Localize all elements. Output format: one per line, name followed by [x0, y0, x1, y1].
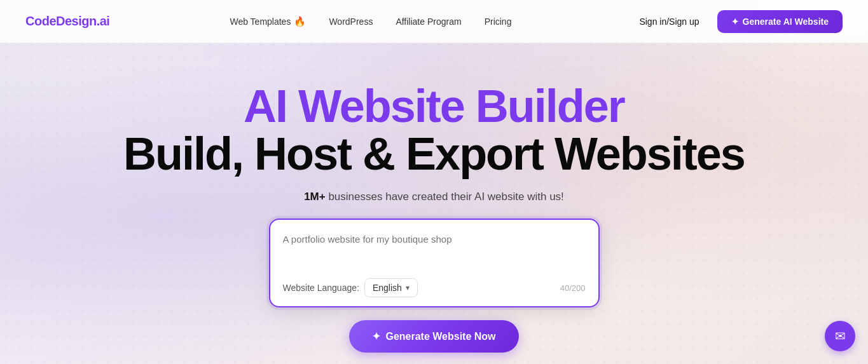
generate-nav-label: Generate AI Website	[743, 17, 829, 27]
fire-icon: 🔥	[294, 16, 306, 27]
hero-title-black: Build, Host & Export Websites	[123, 129, 745, 179]
nav-links: Web Templates 🔥 WordPress Affiliate Prog…	[230, 16, 511, 27]
char-count: 40/200	[560, 283, 586, 293]
chat-support-button[interactable]: ✉	[825, 321, 855, 351]
hero-section: AI Website Builder Build, Host & Export …	[0, 43, 868, 353]
logo[interactable]: CodeDesign.ai	[25, 14, 109, 29]
sign-in-button[interactable]: Sign in/Sign up	[631, 11, 706, 32]
input-card-footer: Website Language: English ▾ 40/200	[283, 278, 586, 297]
navbar: CodeDesign.ai Web Templates 🔥 WordPress …	[0, 0, 868, 43]
nav-wordpress-label: WordPress	[329, 17, 373, 27]
nav-web-templates[interactable]: Web Templates 🔥	[230, 16, 306, 27]
nav-pricing[interactable]: Pricing	[485, 17, 512, 27]
hero-subtitle-bold: 1M+	[304, 191, 326, 203]
nav-affiliate-label: Affiliate Program	[396, 17, 461, 27]
sparkle-icon: ✦	[731, 17, 739, 27]
language-selector: Website Language: English ▾	[283, 278, 418, 297]
hero-subtitle: 1M+ businesses have created their AI web…	[304, 191, 564, 203]
logo-text-ai: ai	[100, 14, 110, 28]
chevron-down-icon: ▾	[406, 283, 410, 292]
language-dropdown[interactable]: English ▾	[364, 278, 418, 297]
language-value: English	[373, 283, 402, 293]
prompt-input-card: Website Language: English ▾ 40/200	[269, 219, 600, 307]
sparkle-icon-hero: ✦	[372, 330, 380, 342]
language-label: Website Language:	[283, 283, 359, 293]
nav-actions: Sign in/Sign up ✦ Generate AI Website	[631, 10, 843, 33]
logo-text-main: CodeDesign	[25, 14, 97, 28]
hero-title-purple: AI Website Builder	[244, 81, 624, 131]
nav-affiliate[interactable]: Affiliate Program	[396, 17, 461, 27]
chat-icon: ✉	[835, 328, 846, 344]
nav-pricing-label: Pricing	[485, 17, 512, 27]
nav-wordpress[interactable]: WordPress	[329, 17, 373, 27]
hero-subtitle-rest: businesses have created their AI website…	[326, 191, 564, 203]
generate-ai-website-button[interactable]: ✦ Generate AI Website	[717, 10, 843, 33]
generate-hero-label: Generate Website Now	[385, 331, 495, 342]
nav-web-templates-label: Web Templates	[230, 17, 291, 27]
generate-website-button[interactable]: ✦ Generate Website Now	[349, 320, 518, 353]
website-prompt-input[interactable]	[283, 233, 586, 271]
